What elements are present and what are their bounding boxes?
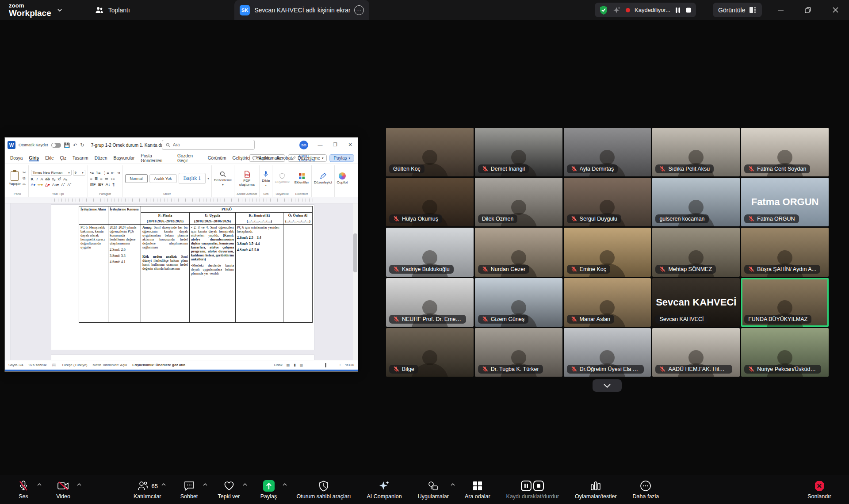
participants-options-chevron[interactable] — [161, 483, 166, 486]
underline-button[interactable]: A — [41, 177, 43, 181]
format-painter-icon[interactable]: ✏ — [23, 182, 26, 187]
share-options-chevron[interactable] — [283, 483, 287, 486]
sort-button[interactable]: A↓ — [106, 182, 111, 187]
comments-button[interactable]: Açıklamalar — [249, 154, 285, 162]
pause-recording-icon[interactable] — [521, 481, 532, 491]
redo-icon[interactable]: ↻ — [80, 142, 84, 148]
style-heading1[interactable]: Başlık 1 — [179, 173, 206, 184]
word-ruler[interactable] — [5, 197, 358, 203]
save-icon[interactable]: 💾 — [64, 142, 70, 148]
grid-next-page-button[interactable] — [593, 379, 622, 392]
highlight-button[interactable]: ✏▾ — [38, 183, 43, 187]
participant-tile[interactable]: Emine Koç Emine Koç — [564, 228, 651, 276]
share-screen-button[interactable]: Paylaş — [257, 480, 281, 500]
participant-tile[interactable]: Bilge Bilge — [386, 328, 474, 377]
participant-tile[interactable]: Demet İnangil Demet İnangil — [475, 128, 562, 176]
italic-button[interactable]: T — [36, 177, 38, 181]
align-right-button[interactable]: ≡ — [100, 176, 102, 181]
tab-meeting[interactable]: Toplantı — [95, 6, 130, 14]
editing-dropdown[interactable]: Düzenleme ▾ — [214, 171, 232, 186]
page-indicator[interactable]: Sayfa 3/4 — [8, 363, 23, 367]
pdf-create-button[interactable]: PDF PDF oluşturma — [237, 171, 256, 187]
participant-tile[interactable]: Büşra ŞAHİN/ Aydın A... Büşra ŞAHİN/ Ayd… — [741, 228, 829, 276]
participant-tile[interactable]: Gizem Güneş Gizem Güneş — [475, 278, 562, 327]
focus-mode-button[interactable]: Odak — [274, 363, 283, 367]
security-shield-icon[interactable] — [599, 5, 608, 15]
participant-tile[interactable]: Manar Aslan Manar Aslan — [564, 278, 651, 327]
tab-shared-screen[interactable]: SK Sevcan KAHVECİ adlı kişinin ekran ... — [234, 0, 369, 20]
participant-tile[interactable]: Kadriye Buldukoğlu Kadriye Buldukoğlu — [386, 228, 474, 276]
paste-button[interactable]: Yapıştır — [9, 171, 21, 186]
align-left-button[interactable]: ≡ — [90, 176, 92, 181]
participant-tile[interactable]: Dilek Özmen Dilek Özmen — [475, 178, 562, 226]
recording-controls-button[interactable]: Kaydı duraklat/durdur — [506, 480, 559, 500]
justify-button[interactable]: ☰ — [105, 176, 108, 181]
word-search-box[interactable]: Ara — [162, 140, 255, 150]
web-layout-icon[interactable]: ▥ — [300, 363, 303, 367]
participant-tile[interactable]: Sergul Duygulu Sergul Duygulu — [564, 178, 651, 226]
more-button[interactable]: Daha fazla — [633, 480, 659, 500]
minimize-button[interactable] — [767, 0, 794, 20]
participant-tile[interactable]: Dr.Öğretim Üyesi Ela Y... Dr.Öğretim Üye… — [564, 328, 651, 377]
participant-tile[interactable]: FUNDA BÜYÜKYILMAZ FUNDA BÜYÜKYILMAZ — [741, 278, 829, 327]
editor-button[interactable]: Düzenleyici — [314, 173, 332, 184]
pause-recording-button[interactable] — [675, 7, 681, 14]
clear-format-button[interactable]: Aₓ — [63, 177, 67, 181]
grow-font-button[interactable]: Aˆ — [61, 183, 65, 187]
word-scrollbar[interactable] — [353, 203, 358, 360]
proofing-icon[interactable]: 📖 — [52, 363, 56, 367]
copilot-button[interactable]: Copilot — [337, 172, 348, 184]
host-tools-button[interactable]: Oturum sahibi araçları — [297, 480, 351, 500]
document-next-page[interactable] — [51, 355, 314, 360]
pilcrow-button[interactable]: ¶ — [112, 182, 115, 187]
word-menu-item[interactable]: Posta Gönderileri — [141, 153, 171, 163]
styles-more-icon[interactable]: ▾ — [207, 177, 209, 180]
audio-options-chevron[interactable] — [37, 483, 42, 486]
zoom-slider[interactable]: −+ — [307, 363, 341, 367]
word-close-button[interactable]: ✕ — [343, 137, 358, 152]
participant-tile[interactable]: NEUHF Prof. Dr. Emel ... NEUHF Prof. Dr.… — [386, 278, 474, 327]
font-size-select[interactable]: 9▾ — [73, 170, 85, 176]
word-restore-button[interactable]: ❐ — [328, 137, 343, 152]
copy-icon[interactable]: ⧉ — [23, 176, 26, 181]
participant-tile[interactable]: Fatma ORGUN Fatma ORGUN — [741, 178, 829, 226]
participant-tile[interactable]: Hülya Okumuş Hülya Okumuş — [386, 178, 474, 226]
shrink-font-button[interactable]: Aˇ — [67, 183, 71, 187]
strikethrough-button[interactable]: ab — [46, 177, 50, 181]
apps-options-chevron[interactable] — [451, 483, 455, 486]
language-indicator[interactable]: Türkçe (Türkiye) — [61, 363, 87, 367]
borders-button[interactable]: ⊞▾ — [98, 182, 103, 187]
word-menu-item[interactable]: Başvurular — [114, 156, 135, 160]
autosave-toggle[interactable] — [51, 143, 61, 148]
word-count[interactable]: 976 sözcük — [29, 363, 46, 367]
indent-button[interactable]: ⇥ — [117, 171, 120, 175]
view-button[interactable]: Görüntüle — [713, 3, 762, 17]
video-options-chevron[interactable] — [77, 483, 81, 486]
word-minimize-button[interactable]: — — [313, 137, 328, 152]
word-menu-item[interactable]: Görünüm — [208, 156, 226, 160]
apps-button[interactable]: Uygulamalar — [418, 480, 449, 500]
participant-tile[interactable]: Nurdan Gezer Nurdan Gezer — [475, 228, 562, 276]
participants-button[interactable]: 65 Katılımcılar — [134, 480, 161, 500]
accessibility-status[interactable]: Erişilebilirlik: Önerilere göz atın — [132, 363, 185, 367]
dictate-button[interactable]: Dikte ▾ — [262, 171, 270, 187]
chat-button[interactable]: Sohbet — [177, 480, 201, 500]
print-layout-icon[interactable]: ▮ — [294, 363, 295, 367]
shading-button[interactable]: ▨▾ — [90, 182, 96, 187]
mute-button[interactable]: Ses — [11, 480, 35, 500]
stop-recording-icon[interactable] — [533, 481, 544, 491]
word-menu-item[interactable]: Çiz — [60, 156, 66, 160]
word-menu-item[interactable]: Gözden Geçir — [177, 153, 202, 163]
reactions-button[interactable]: Tepki ver — [217, 480, 241, 500]
breakout-rooms-button[interactable]: Ara odalar — [465, 480, 490, 500]
polls-button[interactable]: Oylamalar/testler — [575, 480, 616, 500]
stop-recording-button[interactable] — [685, 7, 692, 13]
font-color-button[interactable]: A▾ — [45, 183, 50, 187]
participant-tile[interactable]: Ayla Demirtaş Ayla Demirtaş — [564, 128, 651, 176]
participant-tile[interactable]: Mehtap SÖNMEZ Mehtap SÖNMEZ — [652, 228, 740, 276]
bold-button[interactable]: K — [31, 177, 34, 181]
ai-companion-status-icon[interactable] — [612, 6, 621, 15]
multilevel-list-button[interactable]: ⋮≡ — [103, 171, 109, 175]
restore-button[interactable] — [794, 0, 822, 20]
cut-icon[interactable]: ✂ — [23, 170, 26, 175]
